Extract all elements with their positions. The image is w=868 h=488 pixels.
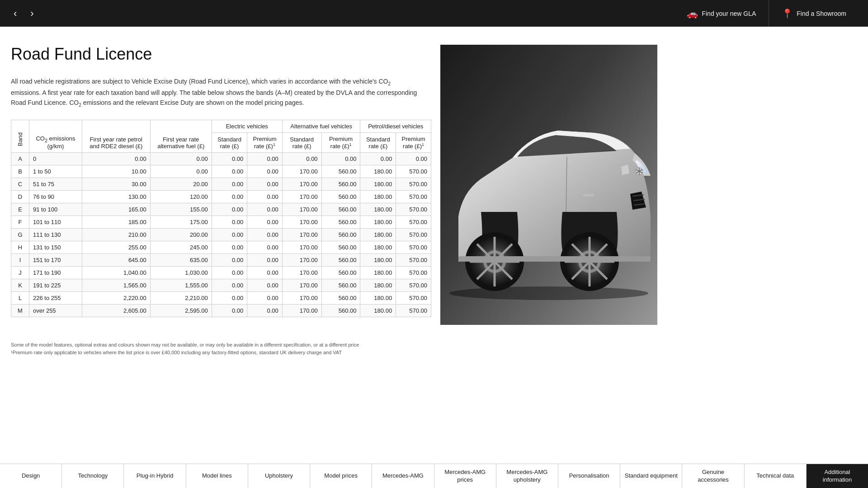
footer-note-1: Some of the model features, optional ext…: [11, 341, 857, 349]
nav-technical-data[interactable]: Technical data: [745, 464, 807, 488]
cell-band: A: [11, 153, 29, 165]
cell-af-prem: 560.00: [321, 267, 360, 279]
cell-pd-std: 180.00: [360, 191, 396, 203]
find-showroom-button[interactable]: 📍 Find a Showroom: [769, 0, 859, 27]
cell-band: E: [11, 203, 29, 216]
prev-button[interactable]: ‹: [9, 5, 21, 22]
cell-af-prem: 560.00: [321, 203, 360, 216]
nav-upholstery[interactable]: Upholstery: [248, 464, 310, 488]
cell-af-prem: 560.00: [321, 191, 360, 203]
nav-standard-equipment[interactable]: Standard equipment: [620, 464, 682, 488]
cell-ev-prem: 0.00: [247, 292, 283, 305]
cell-af-prem: 560.00: [321, 216, 360, 229]
group-alt: Alternative fuel vehicles: [282, 120, 360, 132]
nav-personalisation[interactable]: Personalisation: [558, 464, 620, 488]
cell-band: D: [11, 191, 29, 203]
cell-petrol: 165.00: [82, 203, 150, 216]
car-icon: 🚗: [687, 8, 698, 19]
ev-standard-header: Standardrate (£): [212, 132, 247, 152]
table-row: J 171 to 190 1,040.00 1,030.00 0.00 0.00…: [11, 267, 431, 279]
nav-mercedes-amg-prices[interactable]: Mercedes-AMG prices: [434, 464, 496, 488]
cell-alt: 635.00: [150, 254, 212, 267]
cell-alt: 200.00: [150, 229, 212, 241]
nav-mercedes-amg-upholstery[interactable]: Mercedes-AMG upholstery: [496, 464, 558, 488]
group-electric: Electric vehicles: [212, 120, 282, 132]
nav-design[interactable]: Design: [0, 464, 62, 488]
cell-alt: 20.00: [150, 178, 212, 191]
cell-ev-std: 0.00: [212, 279, 247, 292]
table-row: C 51 to 75 30.00 20.00 0.00 0.00 170.00 …: [11, 178, 431, 191]
cell-ev-prem: 0.00: [247, 241, 283, 254]
cell-af-std: 170.00: [282, 241, 321, 254]
cell-af-std: 170.00: [282, 279, 321, 292]
cell-pd-prem: 570.00: [396, 241, 431, 254]
table-row: G 111 to 130 210.00 200.00 0.00 0.00 170…: [11, 229, 431, 241]
cell-ev-std: 0.00: [212, 267, 247, 279]
cell-ev-prem: 0.00: [247, 165, 283, 178]
cell-pd-prem: 570.00: [396, 165, 431, 178]
cell-petrol: 130.00: [82, 191, 150, 203]
nav-technology[interactable]: Technology: [62, 464, 124, 488]
cell-pd-prem: 570.00: [396, 229, 431, 241]
table-row: B 1 to 50 10.00 0.00 0.00 0.00 170.00 56…: [11, 165, 431, 178]
table-row: E 91 to 100 165.00 155.00 0.00 0.00 170.…: [11, 203, 431, 216]
cell-af-std: 170.00: [282, 267, 321, 279]
header: ‹ › 🚗 Find your new GLA 📍 Find a Showroo…: [0, 0, 868, 27]
cell-band: J: [11, 267, 29, 279]
svg-rect-22: [583, 194, 594, 197]
cell-petrol: 0.00: [82, 153, 150, 165]
cell-band: C: [11, 178, 29, 191]
cell-af-prem: 560.00: [321, 165, 360, 178]
nav-model-lines[interactable]: Model lines: [186, 464, 248, 488]
cell-af-std: 170.00: [282, 229, 321, 241]
cell-petrol: 1,040.00: [82, 267, 150, 279]
cell-band: M: [11, 305, 29, 317]
cell-pd-std: 180.00: [360, 216, 396, 229]
cell-pd-prem: 570.00: [396, 279, 431, 292]
cell-co2: over 255: [29, 305, 82, 317]
bottom-nav: Design Technology Plug-in Hybrid Model l…: [0, 464, 868, 488]
car-image: [440, 45, 657, 325]
cell-alt: 245.00: [150, 241, 212, 254]
footer-notes: Some of the model features, optional ext…: [0, 334, 868, 363]
pd-standard-header: Standardrate (£): [360, 132, 396, 152]
cell-pd-prem: 570.00: [396, 292, 431, 305]
nav-plugin-hybrid[interactable]: Plug-in Hybrid: [124, 464, 186, 488]
page-title: Road Fund Licence: [11, 45, 431, 64]
cell-af-prem: 560.00: [321, 292, 360, 305]
cell-alt: 2,210.00: [150, 292, 212, 305]
nav-additional-info[interactable]: Additional information: [807, 464, 868, 488]
cell-alt: 1,030.00: [150, 267, 212, 279]
cell-petrol: 185.00: [82, 216, 150, 229]
content-right: [440, 45, 657, 325]
content-left: Road Fund Licence All road vehicle regis…: [11, 45, 440, 325]
cell-ev-std: 0.00: [212, 241, 247, 254]
nav-genuine-accessories[interactable]: Genuine accessories: [682, 464, 744, 488]
cell-petrol: 30.00: [82, 178, 150, 191]
af-standard-header: Standardrate (£): [282, 132, 321, 152]
cell-af-std: 170.00: [282, 165, 321, 178]
cell-band: K: [11, 279, 29, 292]
cell-pd-std: 180.00: [360, 241, 396, 254]
find-showroom-label: Find a Showroom: [797, 10, 846, 17]
cell-pd-std: 180.00: [360, 267, 396, 279]
nav-mercedes-amg[interactable]: Mercedes-AMG: [372, 464, 434, 488]
cell-co2: 91 to 100: [29, 203, 82, 216]
cell-af-prem: 0.00: [321, 153, 360, 165]
cell-alt: 175.00: [150, 216, 212, 229]
table-row: L 226 to 255 2,220.00 2,210.00 0.00 0.00…: [11, 292, 431, 305]
main-content: Road Fund Licence All road vehicle regis…: [0, 27, 868, 334]
cell-ev-std: 0.00: [212, 229, 247, 241]
cell-co2: 111 to 130: [29, 229, 82, 241]
find-new-gla-button[interactable]: 🚗 Find your new GLA: [674, 0, 769, 27]
svg-rect-27: [458, 256, 651, 262]
cell-ev-std: 0.00: [212, 191, 247, 203]
cell-pd-std: 180.00: [360, 305, 396, 317]
nav-model-prices[interactable]: Model prices: [310, 464, 372, 488]
cell-ev-std: 0.00: [212, 203, 247, 216]
cell-co2: 51 to 75: [29, 178, 82, 191]
cell-band: G: [11, 229, 29, 241]
cell-ev-prem: 0.00: [247, 191, 283, 203]
cell-af-std: 170.00: [282, 305, 321, 317]
next-button[interactable]: ›: [26, 5, 38, 22]
